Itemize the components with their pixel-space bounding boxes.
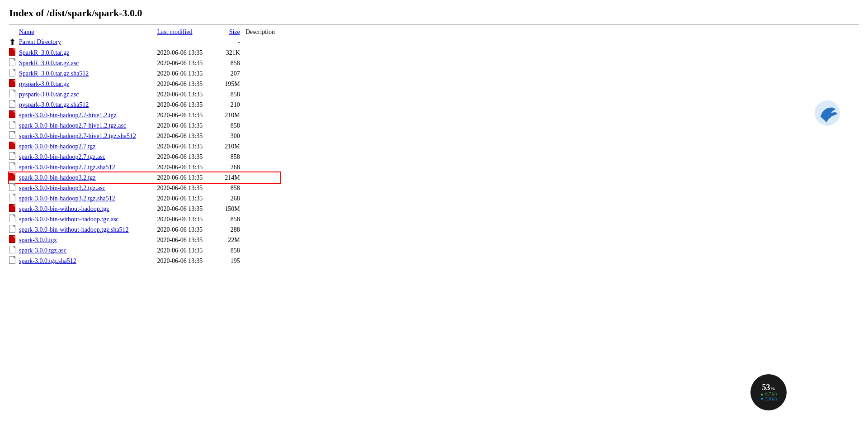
network-widget: 53 % ▲ 0.7 k/s ▼ 3.8 k/s [750,374,787,410]
table-row: SparkR_3.0.0.tar.gz 2020-06-06 13:35 321… [9,48,280,58]
file-name-cell: spark-3.0.0.tgz.asc [19,245,157,256]
file-link[interactable]: spark-3.0.0-bin-hadoop2.7-hive1.2.tgz.as… [19,122,126,129]
up-arrow: ▲ [760,391,765,396]
desc-col-header: Description [245,28,280,37]
file-date-cell: 2020-06-06 13:35 [157,120,223,131]
table-row: spark-3.0.0-bin-hadoop2.7.tgz.sha512 202… [9,162,280,172]
table-row: spark-3.0.0-bin-hadoop2.7.tgz 2020-06-06… [9,141,280,152]
file-icon-cell [9,204,19,214]
file-table-body: ⬆ Parent Directory - SparkR_3.0.0.tar.gz… [9,37,280,266]
compressed-file-icon [9,173,15,181]
file-date-cell: 2020-06-06 13:35 [157,256,223,266]
document-icon [9,90,15,97]
file-link[interactable]: spark-3.0.0-bin-hadoop3.2.tgz.sha512 [19,195,115,202]
compressed-file-icon [9,235,15,243]
file-link[interactable]: pyspark-3.0.0.tar.gz [19,81,69,87]
file-size-cell: 321K [224,48,245,58]
file-icon-cell [9,152,19,162]
file-link[interactable]: spark-3.0.0-bin-hadoop3.2.tgz.asc [19,185,105,191]
file-name-cell: spark-3.0.0-bin-without-hadoop.tgz.sha51… [19,224,157,235]
file-date-cell: 2020-06-06 13:35 [157,183,223,193]
file-link[interactable]: spark-3.0.0-bin-hadoop2.7.tgz [19,143,96,150]
file-icon-cell [9,162,19,172]
folder-up-icon: ⬆ [9,38,16,47]
file-icon-cell [9,214,19,224]
file-size-cell: 210M [224,141,245,152]
table-row: spark-3.0.0-bin-without-hadoop.tgz.asc 2… [9,214,280,224]
file-date-cell: 2020-06-06 13:35 [157,79,223,89]
file-desc-cell [245,68,280,79]
file-desc-cell [245,172,280,183]
file-date-cell: 2020-06-06 13:35 [157,89,223,100]
file-link[interactable]: spark-3.0.0-bin-hadoop2.7-hive1.2.tgz.sh… [19,133,136,139]
file-name-cell: spark-3.0.0-bin-hadoop2.7.tgz.sha512 [19,162,157,172]
spark-bird-logo [814,100,841,127]
file-name-cell: pyspark-3.0.0.tar.gz [19,79,157,89]
file-size-cell: 858 [224,58,245,68]
file-size-cell: 22M [224,235,245,245]
document-icon [9,100,15,108]
file-date-cell: 2020-06-06 13:35 [157,68,223,79]
document-icon [9,121,15,129]
compressed-file-icon [9,48,15,56]
file-link[interactable]: spark-3.0.0-bin-without-hadoop.tgz.asc [19,216,119,223]
file-size-cell: 214M [224,172,245,183]
size-sort-link[interactable]: Size [229,29,240,35]
file-size-cell: 210 [224,100,245,110]
file-name-cell: spark-3.0.0-bin-hadoop2.7.tgz [19,141,157,152]
parent-icon-cell: ⬆ [9,37,19,48]
file-date-cell: 2020-06-06 13:35 [157,110,223,120]
file-link[interactable]: spark-3.0.0.tgz.sha512 [19,257,76,264]
document-icon [9,246,15,253]
file-link[interactable]: spark-3.0.0-bin-without-hadoop.tgz.sha51… [19,226,129,233]
cpu-percent: 53 [762,383,770,391]
document-icon [9,225,15,233]
document-icon [9,162,15,170]
file-date-cell: 2020-06-06 13:35 [157,204,223,214]
table-row: spark-3.0.0.tgz.sha512 2020-06-06 13:35 … [9,256,280,266]
file-link[interactable]: spark-3.0.0-bin-without-hadoop.tgz [19,205,109,212]
file-date-cell: 2020-06-06 13:35 [157,214,223,224]
file-icon-cell [9,172,19,183]
file-link[interactable]: spark-3.0.0.tgz.asc [19,247,66,254]
file-link[interactable]: spark-3.0.0-bin-hadoop2.7.tgz.sha512 [19,164,115,171]
file-desc-cell [245,141,280,152]
file-link[interactable]: spark-3.0.0-bin-hadoop2.7-hive1.2.tgz [19,112,117,119]
table-row: pyspark-3.0.0.tar.gz.asc 2020-06-06 13:3… [9,89,280,100]
name-sort-link[interactable]: Name [19,29,34,35]
file-link[interactable]: pyspark-3.0.0.tar.gz.asc [19,91,79,98]
file-link[interactable]: SparkR_3.0.0.tar.gz.sha512 [19,70,89,77]
file-icon-cell [9,79,19,89]
file-link[interactable]: SparkR_3.0.0.tar.gz [19,49,69,56]
file-date-cell: 2020-06-06 13:35 [157,100,223,110]
file-link[interactable]: spark-3.0.0-bin-hadoop2.7.tgz.asc [19,153,105,160]
file-icon-cell [9,58,19,68]
file-link[interactable]: SparkR_3.0.0.tar.gz.asc [19,60,79,67]
file-name-cell: spark-3.0.0-bin-hadoop2.7-hive1.2.tgz [19,110,157,120]
parent-dir-date [157,37,223,48]
file-size-cell: 288 [224,224,245,235]
percent-sign: % [770,386,775,391]
date-sort-link[interactable]: Last modified [157,29,192,35]
file-size-cell: 858 [224,120,245,131]
file-link[interactable]: pyspark-3.0.0.tar.gz.sha512 [19,101,89,108]
file-icon-cell [9,89,19,100]
file-name-cell: spark-3.0.0-bin-hadoop2.7-hive1.2.tgz.sh… [19,131,157,141]
table-row: pyspark-3.0.0.tar.gz 2020-06-06 13:35 19… [9,79,280,89]
file-icon-cell [9,100,19,110]
file-size-cell: 268 [224,162,245,172]
file-name-cell: spark-3.0.0-bin-without-hadoop.tgz [19,204,157,214]
file-link[interactable]: spark-3.0.0.tgz [19,237,57,243]
compressed-file-icon [9,79,15,87]
file-link[interactable]: spark-3.0.0-bin-hadoop3.2.tgz [19,174,96,181]
file-date-cell: 2020-06-06 13:35 [157,162,223,172]
parent-dir-link[interactable]: Parent Directory [19,38,61,45]
down-arrow: ▼ [760,396,765,401]
file-name-cell: spark-3.0.0.tgz.sha512 [19,256,157,266]
file-date-cell: 2020-06-06 13:35 [157,235,223,245]
file-desc-cell [245,245,280,256]
file-name-cell: spark-3.0.0-bin-without-hadoop.tgz.asc [19,214,157,224]
table-row: spark-3.0.0-bin-hadoop2.7-hive1.2.tgz 20… [9,110,280,120]
compressed-file-icon [9,110,15,118]
file-size-cell: 858 [224,245,245,256]
